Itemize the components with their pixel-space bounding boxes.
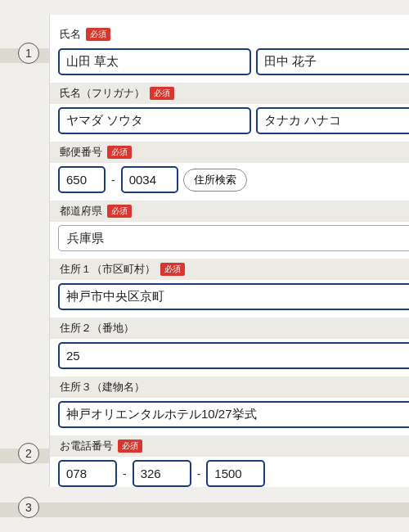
input-lastname-kana[interactable] <box>58 107 251 134</box>
callout-number-3: 3 <box>18 497 39 518</box>
label-address1: 住所１（市区町村） 必須 <box>50 258 409 280</box>
required-badge: 必須 <box>107 146 132 159</box>
label-address3: 住所３（建物名） <box>50 376 409 398</box>
address-lookup-button[interactable]: 住所検索 <box>183 169 247 192</box>
label-address2: 住所２（番地） <box>50 317 409 339</box>
label-prefecture: 都道府県 必須 <box>50 200 409 222</box>
label-postal: 郵便番号 必須 <box>50 141 409 163</box>
callout-number-1: 1 <box>18 43 39 64</box>
required-badge: 必須 <box>118 440 142 453</box>
label-kana-text: 氏名（フリガナ） <box>60 86 145 101</box>
input-address2[interactable] <box>58 342 409 369</box>
field-postal: 郵便番号 必須 - 住所検索 <box>58 141 409 193</box>
form-panel: 氏名 必須 氏名（フリガナ） 必須 郵便番号 必須 - 住所検索 <box>49 15 409 487</box>
label-address2-text: 住所２（番地） <box>60 321 134 336</box>
input-zip2[interactable] <box>121 166 178 193</box>
label-prefecture-text: 都道府県 <box>60 204 102 219</box>
label-address1-text: 住所１（市区町村） <box>60 262 155 277</box>
required-badge: 必須 <box>107 205 132 218</box>
required-badge: 必須 <box>160 263 185 276</box>
input-address3[interactable] <box>58 401 409 428</box>
input-firstname[interactable] <box>256 48 409 75</box>
field-name: 氏名 必須 <box>58 23 409 75</box>
field-address3: 住所３（建物名） <box>58 376 409 428</box>
field-telephone: お電話番号 必須 - - <box>58 435 409 487</box>
label-name: 氏名 必須 <box>58 23 409 45</box>
tel-dash-1: - <box>122 467 128 480</box>
input-address1[interactable] <box>58 283 409 310</box>
field-prefecture: 都道府県 必須 兵庫県 <box>58 200 409 251</box>
field-address1: 住所１（市区町村） 必須 <box>58 258 409 310</box>
required-badge: 必須 <box>150 87 174 100</box>
input-lastname[interactable] <box>58 48 251 75</box>
input-tel3[interactable] <box>206 460 265 487</box>
label-telephone-text: お電話番号 <box>60 439 113 453</box>
required-badge: 必須 <box>86 28 110 41</box>
label-kana: 氏名（フリガナ） 必須 <box>50 82 409 104</box>
label-name-text: 氏名 <box>60 27 81 42</box>
input-tel1[interactable] <box>58 460 117 487</box>
field-address2: 住所２（番地） <box>58 317 409 369</box>
label-postal-text: 郵便番号 <box>60 145 102 160</box>
callout-bar-3 <box>0 503 409 517</box>
input-firstname-kana[interactable] <box>256 107 409 134</box>
select-prefecture[interactable]: 兵庫県 <box>58 225 409 251</box>
input-tel2[interactable] <box>133 460 191 487</box>
callout-number-2: 2 <box>18 443 39 464</box>
label-address3-text: 住所３（建物名） <box>60 380 145 394</box>
select-prefecture-value: 兵庫県 <box>59 226 409 251</box>
label-telephone: お電話番号 必須 <box>50 435 409 457</box>
input-zip1[interactable] <box>58 166 106 193</box>
zip-dash: - <box>110 174 116 187</box>
tel-dash-2: - <box>196 467 202 480</box>
field-kana: 氏名（フリガナ） 必須 <box>58 82 409 134</box>
